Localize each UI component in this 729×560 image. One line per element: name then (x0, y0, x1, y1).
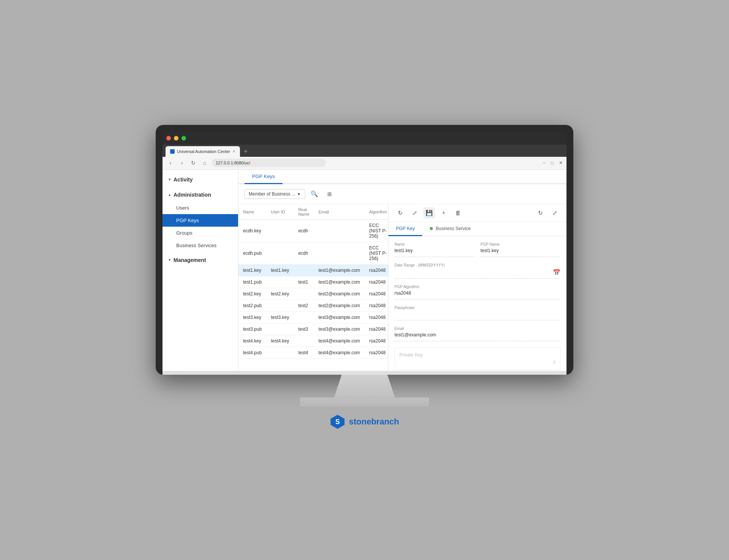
svg-text:S: S (335, 418, 340, 426)
pgp-name-label: PGP Name (481, 242, 561, 246)
browser-tab[interactable]: Universal Automation Center ✕ (166, 146, 240, 157)
activity-header[interactable]: ▾ Activity (163, 173, 238, 186)
cell-real_name-9: test4 (293, 347, 314, 358)
business-service-tab-label: Business Service (436, 226, 470, 231)
table-row[interactable]: test4.keytest4.keytest4@example.comrsa20… (238, 335, 388, 347)
browser-minimize-btn[interactable]: − (543, 160, 546, 166)
detail-tab-pgpkey[interactable]: PGP Key (388, 222, 422, 236)
new-tab-btn[interactable]: + (240, 146, 252, 157)
columns-icon: ⊞ (327, 191, 332, 197)
cell-name-8: test4.key (238, 335, 266, 347)
table-row[interactable]: ecdh.keyecdhECC (NIST P-256) (238, 219, 388, 242)
form-group-pgpname: PGP Name test1.key (481, 242, 561, 257)
browser-addressbar: ‹ › ↻ ⌂ − □ ✕ (163, 157, 566, 170)
cell-name-5: test2.pub (238, 300, 266, 311)
page-tab-pgpkeys[interactable]: PGP Keys (245, 170, 282, 184)
detail-refresh-btn[interactable]: ↻ (394, 207, 406, 219)
calendar-icon: 📅 (553, 269, 560, 276)
columns-button[interactable]: ⊞ (323, 188, 336, 200)
monitor-stand (327, 375, 402, 398)
maximize-window-btn[interactable]: + (181, 136, 186, 140)
cell-real_name-4 (293, 288, 314, 300)
cell-algorithm-3: rsa2048 (364, 276, 388, 288)
cell-user_id-2: test1.key (266, 264, 293, 276)
content-split: Name User ID Real Name Email Algorithm e… (238, 204, 566, 371)
search-button[interactable]: 🔍 (308, 188, 320, 200)
detail-right-expand-btn[interactable]: ⤢ (549, 207, 560, 219)
sidebar-item-pgpkeys[interactable]: PGP Keys (163, 214, 238, 227)
toolbar: Member of Business ... ▾ 🔍 ⊞ (238, 184, 566, 204)
cell-name-3: test1.pub (238, 276, 266, 288)
col-userid: User ID (266, 204, 293, 220)
browser-restore-btn[interactable]: □ (551, 160, 554, 166)
browser-close-btn[interactable]: ✕ (559, 160, 563, 166)
sidebar: ▾ Activity ▴ Administration Users (163, 170, 238, 371)
brand-logo-icon: S (330, 414, 345, 429)
passphrase-value (394, 311, 560, 320)
email-label: Email (394, 327, 560, 331)
detail-right-refresh-btn[interactable]: ↻ (535, 207, 546, 219)
detail-save-btn[interactable]: 💾 (423, 207, 435, 219)
close-window-btn[interactable]: ✕ (166, 136, 171, 140)
date-range-input[interactable]: 📅 (394, 269, 560, 279)
cell-email-9: test4@example.com (314, 347, 365, 358)
form-row-algorithm: PGP Algorithm rsa2048 (394, 285, 560, 300)
page-tab-label: PGP Keys (252, 174, 275, 179)
cell-algorithm-4: rsa2048 (364, 288, 388, 300)
passphrase-label: Passphrase (394, 306, 560, 310)
tab-close-btn[interactable]: ✕ (232, 149, 235, 153)
private-key-field[interactable]: Private Key // (394, 347, 560, 370)
filter-label: Member of Business ... (249, 191, 295, 197)
administration-section: ▴ Administration Users PGP Keys Groups (163, 188, 238, 252)
monitor-base (300, 398, 429, 407)
sidebar-item-business-services[interactable]: Business Services (163, 239, 238, 252)
table-row[interactable]: test1.pubtest1test1@example.comrsa2048 (238, 276, 388, 288)
form-group-algorithm: PGP Algorithm rsa2048 (394, 285, 560, 300)
cell-name-1: ecdh.pub (238, 242, 266, 264)
form-row-passphrase: Passphrase (394, 306, 560, 320)
cell-user_id-8: test4.key (266, 335, 293, 347)
cell-email-3: test1@example.com (314, 276, 365, 288)
detail-tabs: PGP Key Business Service (388, 222, 566, 236)
table-row[interactable]: test3.pubtest3test3@example.comrsa2048 (238, 323, 388, 335)
filter-dropdown[interactable]: Member of Business ... ▾ (245, 189, 305, 199)
cell-user_id-6: test3.key (266, 311, 293, 323)
table-row[interactable]: test2.pubtest2test2@example.comrsa2048 (238, 300, 388, 311)
detail-expand-btn[interactable]: ⤢ (409, 207, 420, 219)
table-row[interactable]: test4.pubtest4test4@example.comrsa2048 (238, 347, 388, 358)
cell-algorithm-2: rsa2048 (364, 264, 388, 276)
cell-email-8: test4@example.com (314, 335, 365, 347)
cell-real_name-6 (293, 311, 314, 323)
management-header[interactable]: ▾ Management (163, 253, 238, 267)
administration-header[interactable]: ▴ Administration (163, 188, 238, 202)
detail-actions: ↻ ⤢ 💾 ＋ 🗑 ↻ ⤢ (388, 204, 566, 222)
sidebar-item-groups[interactable]: Groups (163, 227, 238, 239)
cell-user_id-5 (266, 300, 293, 311)
nav-forward-btn[interactable]: › (178, 160, 186, 166)
table-row[interactable]: test3.keytest3.keytest3@example.comrsa20… (238, 311, 388, 323)
table-row[interactable]: test2.keytest2.keytest2@example.comrsa20… (238, 288, 388, 300)
minimize-window-btn[interactable]: − (174, 136, 178, 140)
cell-user_id-1 (266, 242, 293, 264)
activity-section: ▾ Activity (163, 173, 238, 186)
private-key-area: Private Key // (394, 347, 560, 370)
detail-delete-btn[interactable]: 🗑 (452, 207, 464, 219)
nav-back-btn[interactable]: ‹ (166, 160, 175, 166)
nav-home-btn[interactable]: ⌂ (200, 160, 209, 166)
detail-add-btn[interactable]: ＋ (438, 207, 449, 219)
page-tab-header: PGP Keys (238, 170, 566, 184)
detail-tab-business-service[interactable]: Business Service (422, 222, 478, 236)
nav-refresh-btn[interactable]: ↻ (189, 160, 197, 166)
cell-user_id-9 (266, 347, 293, 358)
table-row[interactable]: ecdh.pubecdhECC (NIST P-256) (238, 242, 388, 264)
table-row[interactable]: test1.keytest1.keytest1@example.comrsa20… (238, 264, 388, 276)
form-row-names: Name test1.key PGP Name test1.key (394, 242, 560, 257)
browser-window: ✕ − + Universal Automation Center ✕ + ‹ … (163, 132, 566, 375)
administration-label: Administration (174, 192, 211, 198)
cell-name-2: test1.key (238, 264, 266, 276)
address-bar[interactable] (212, 159, 326, 167)
management-chevron-icon: ▾ (169, 258, 170, 262)
name-label: Name (394, 242, 475, 246)
cell-email-7: test3@example.com (314, 323, 365, 335)
sidebar-item-users[interactable]: Users (163, 202, 238, 214)
